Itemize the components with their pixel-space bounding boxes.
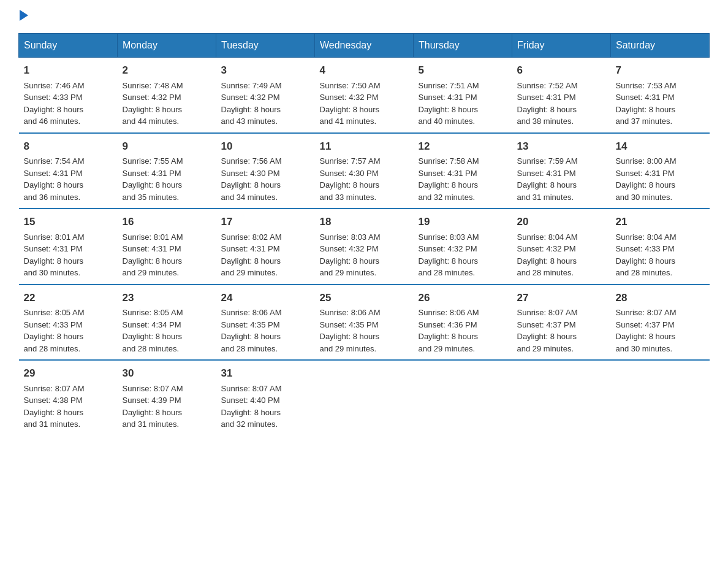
calendar-cell [315, 360, 414, 435]
calendar-cell: 16Sunrise: 8:01 AMSunset: 4:31 PMDayligh… [118, 209, 216, 285]
calendar-cell: 25Sunrise: 8:06 AMSunset: 4:35 PMDayligh… [315, 285, 414, 361]
calendar-cell: 5Sunrise: 7:51 AMSunset: 4:31 PMDaylight… [414, 58, 512, 133]
day-number: 31 [221, 366, 310, 381]
calendar-cell: 22Sunrise: 8:05 AMSunset: 4:33 PMDayligh… [19, 285, 118, 361]
day-info: Sunrise: 7:51 AMSunset: 4:31 PMDaylight:… [419, 81, 479, 126]
day-number: 10 [221, 139, 310, 155]
day-number: 28 [616, 290, 705, 306]
day-info: Sunrise: 8:05 AMSunset: 4:33 PMDaylight:… [24, 308, 85, 353]
day-info: Sunrise: 8:06 AMSunset: 4:35 PMDaylight:… [221, 308, 282, 353]
day-info: Sunrise: 7:54 AMSunset: 4:31 PMDaylight:… [24, 156, 85, 202]
day-number: 12 [419, 139, 507, 155]
day-number: 24 [221, 290, 310, 306]
day-info: Sunrise: 7:59 AMSunset: 4:31 PMDaylight:… [517, 156, 578, 202]
calendar-cell: 17Sunrise: 8:02 AMSunset: 4:31 PMDayligh… [216, 209, 315, 285]
calendar-cell: 8Sunrise: 7:54 AMSunset: 4:31 PMDaylight… [19, 133, 118, 209]
calendar-cell: 10Sunrise: 7:56 AMSunset: 4:30 PMDayligh… [216, 133, 315, 209]
day-info: Sunrise: 7:58 AMSunset: 4:31 PMDaylight:… [419, 156, 479, 202]
header-day-saturday: Saturday [611, 34, 710, 58]
calendar-cell: 20Sunrise: 8:04 AMSunset: 4:32 PMDayligh… [512, 209, 611, 285]
calendar-cell: 15Sunrise: 8:01 AMSunset: 4:31 PMDayligh… [19, 209, 118, 285]
day-number: 25 [320, 290, 409, 306]
header-day-monday: Monday [118, 34, 216, 58]
logo-arrow-icon [20, 10, 28, 21]
calendar-cell: 3Sunrise: 7:49 AMSunset: 4:32 PMDaylight… [216, 58, 315, 133]
day-info: Sunrise: 7:53 AMSunset: 4:31 PMDaylight:… [616, 81, 677, 126]
day-info: Sunrise: 8:07 AMSunset: 4:37 PMDaylight:… [616, 308, 677, 353]
calendar-cell: 19Sunrise: 8:03 AMSunset: 4:32 PMDayligh… [414, 209, 512, 285]
calendar-table: SundayMondayTuesdayWednesdayThursdayFrid… [18, 33, 710, 435]
day-info: Sunrise: 7:56 AMSunset: 4:30 PMDaylight:… [221, 156, 282, 202]
day-number: 27 [517, 290, 606, 306]
day-number: 26 [419, 290, 507, 306]
calendar-cell: 21Sunrise: 8:04 AMSunset: 4:33 PMDayligh… [611, 209, 710, 285]
day-info: Sunrise: 7:52 AMSunset: 4:31 PMDaylight:… [517, 81, 578, 126]
page-header [18, 12, 710, 21]
day-info: Sunrise: 8:07 AMSunset: 4:39 PMDaylight:… [123, 384, 183, 429]
day-info: Sunrise: 8:01 AMSunset: 4:31 PMDaylight:… [24, 232, 85, 278]
header-day-wednesday: Wednesday [315, 34, 414, 58]
calendar-cell: 29Sunrise: 8:07 AMSunset: 4:38 PMDayligh… [19, 360, 118, 435]
day-number: 3 [221, 63, 310, 79]
day-number: 11 [320, 139, 409, 155]
day-info: Sunrise: 8:07 AMSunset: 4:38 PMDaylight:… [24, 384, 85, 429]
day-number: 6 [517, 63, 606, 79]
calendar-cell: 26Sunrise: 8:06 AMSunset: 4:36 PMDayligh… [414, 285, 512, 361]
calendar-cell: 24Sunrise: 8:06 AMSunset: 4:35 PMDayligh… [216, 285, 315, 361]
calendar-week-row: 22Sunrise: 8:05 AMSunset: 4:33 PMDayligh… [19, 285, 710, 361]
day-number: 17 [221, 214, 310, 230]
calendar-cell: 18Sunrise: 8:03 AMSunset: 4:32 PMDayligh… [315, 209, 414, 285]
calendar-cell: 6Sunrise: 7:52 AMSunset: 4:31 PMDaylight… [512, 58, 611, 133]
calendar-week-row: 29Sunrise: 8:07 AMSunset: 4:38 PMDayligh… [19, 360, 710, 435]
day-number: 15 [24, 214, 113, 230]
day-info: Sunrise: 8:04 AMSunset: 4:32 PMDaylight:… [517, 232, 578, 278]
day-info: Sunrise: 7:57 AMSunset: 4:30 PMDaylight:… [320, 156, 381, 202]
day-info: Sunrise: 8:03 AMSunset: 4:32 PMDaylight:… [419, 232, 479, 278]
day-info: Sunrise: 8:07 AMSunset: 4:40 PMDaylight:… [221, 384, 282, 429]
day-number: 5 [419, 63, 507, 79]
calendar-week-row: 8Sunrise: 7:54 AMSunset: 4:31 PMDaylight… [19, 133, 710, 209]
day-number: 1 [24, 63, 113, 79]
day-info: Sunrise: 8:06 AMSunset: 4:35 PMDaylight:… [320, 308, 381, 353]
day-info: Sunrise: 8:03 AMSunset: 4:32 PMDaylight:… [320, 232, 381, 278]
day-info: Sunrise: 7:50 AMSunset: 4:32 PMDaylight:… [320, 81, 381, 126]
day-number: 29 [24, 366, 113, 381]
header-day-sunday: Sunday [19, 34, 118, 58]
day-number: 19 [419, 214, 507, 230]
day-info: Sunrise: 8:05 AMSunset: 4:34 PMDaylight:… [123, 308, 183, 353]
header-day-friday: Friday [512, 34, 611, 58]
day-number: 22 [24, 290, 113, 306]
calendar-cell: 13Sunrise: 7:59 AMSunset: 4:31 PMDayligh… [512, 133, 611, 209]
calendar-cell [611, 360, 710, 435]
calendar-cell: 4Sunrise: 7:50 AMSunset: 4:32 PMDaylight… [315, 58, 414, 133]
calendar-week-row: 15Sunrise: 8:01 AMSunset: 4:31 PMDayligh… [19, 209, 710, 285]
header-day-thursday: Thursday [414, 34, 512, 58]
day-number: 2 [123, 63, 211, 79]
day-number: 4 [320, 63, 409, 79]
calendar-week-row: 1Sunrise: 7:46 AMSunset: 4:33 PMDaylight… [19, 58, 710, 133]
calendar-cell: 1Sunrise: 7:46 AMSunset: 4:33 PMDaylight… [19, 58, 118, 133]
day-number: 7 [616, 63, 705, 79]
day-info: Sunrise: 8:06 AMSunset: 4:36 PMDaylight:… [419, 308, 479, 353]
calendar-cell: 7Sunrise: 7:53 AMSunset: 4:31 PMDaylight… [611, 58, 710, 133]
day-number: 21 [616, 214, 705, 230]
calendar-header-row: SundayMondayTuesdayWednesdayThursdayFrid… [19, 34, 710, 58]
day-number: 8 [24, 139, 113, 155]
day-number: 30 [123, 366, 211, 381]
day-info: Sunrise: 8:02 AMSunset: 4:31 PMDaylight:… [221, 232, 282, 278]
day-number: 16 [123, 214, 211, 230]
day-info: Sunrise: 7:55 AMSunset: 4:31 PMDaylight:… [123, 156, 183, 202]
calendar-cell: 28Sunrise: 8:07 AMSunset: 4:37 PMDayligh… [611, 285, 710, 361]
logo [18, 12, 28, 21]
day-info: Sunrise: 8:01 AMSunset: 4:31 PMDaylight:… [123, 232, 183, 278]
day-info: Sunrise: 7:49 AMSunset: 4:32 PMDaylight:… [221, 81, 282, 126]
day-number: 23 [123, 290, 211, 306]
calendar-cell [414, 360, 512, 435]
calendar-cell: 12Sunrise: 7:58 AMSunset: 4:31 PMDayligh… [414, 133, 512, 209]
day-info: Sunrise: 8:00 AMSunset: 4:31 PMDaylight:… [616, 156, 677, 202]
calendar-cell: 14Sunrise: 8:00 AMSunset: 4:31 PMDayligh… [611, 133, 710, 209]
day-number: 20 [517, 214, 606, 230]
day-info: Sunrise: 8:07 AMSunset: 4:37 PMDaylight:… [517, 308, 578, 353]
day-number: 18 [320, 214, 409, 230]
calendar-cell: 9Sunrise: 7:55 AMSunset: 4:31 PMDaylight… [118, 133, 216, 209]
